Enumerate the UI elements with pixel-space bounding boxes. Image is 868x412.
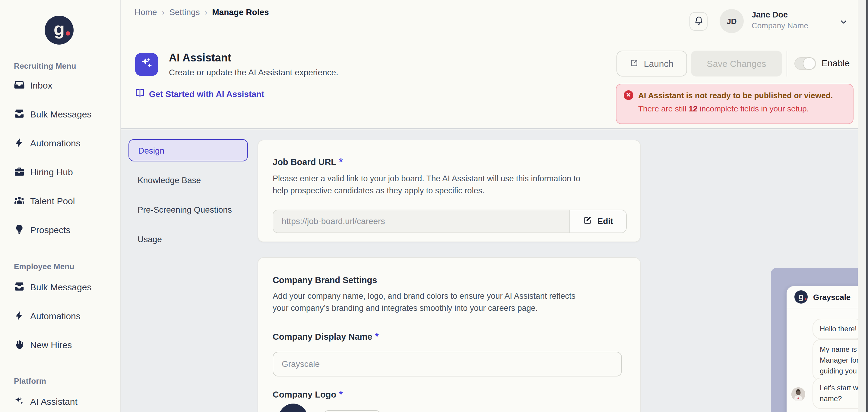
grayscale-logo[interactable]: g [44,16,73,44]
main-content: Design Knowledge Base Pre-Screening Ques… [121,130,858,412]
sidebar-item-label: Automations [30,138,81,148]
tab-pre-screening-questions[interactable]: Pre-Screening Questions [128,199,248,220]
chat-widget: g Grayscale ✕ Hello there! My name is Gr… [786,286,868,412]
company-brand-settings-card: Company Brand Settings Add your company … [257,257,641,412]
sidebar-item-label: Bulk Messages [30,282,91,292]
bell-icon [693,15,704,27]
alert-title: AI Assistant is not ready to be publishe… [638,91,833,100]
scrollbar-track[interactable] [858,0,866,412]
get-started-link[interactable]: Get Started with AI Assistant [135,88,264,99]
notifications-button[interactable] [689,12,708,31]
job-board-url-label: Job Board URL [273,157,336,167]
sidebar-item-label: Talent Pool [30,196,75,206]
sidebar-item-bulk-messages[interactable]: Bulk Messages [0,99,120,128]
sidebar-item-talent-pool[interactable]: Talent Pool [0,186,120,215]
external-link-icon [630,58,639,69]
sidebar-item-hiring-hub[interactable]: Hiring Hub [0,157,120,186]
required-asterisk: * [339,389,343,399]
user-name: Jane Doe [752,10,808,21]
automations-icon [14,310,25,321]
sidebar-item-label: Hiring Hub [30,167,73,177]
logo-dot [804,298,806,300]
incomplete-alert: ✕ AI Assistant is not ready to be publis… [616,84,854,124]
app-window: g Recruiting Menu Inbox Bulk Messages Au… [0,0,868,412]
breadcrumb-separator: › [162,7,165,16]
bulk-messages-icon [14,281,25,292]
sidebar-item-prospects[interactable]: Prospects [0,215,120,244]
launch-button[interactable]: Launch [617,50,687,76]
talent-pool-icon [14,195,25,206]
tab-design[interactable]: Design [128,139,248,162]
job-board-url-field-group: Edit [273,209,627,233]
chat-header: g Grayscale ✕ [786,286,868,308]
upload-logo-button[interactable] [323,410,381,412]
sidebar-item-bulk-messages-2[interactable]: Bulk Messages [0,272,120,301]
alert-detail: There are still 12 incomplete fields in … [638,104,846,113]
job-board-url-input[interactable] [273,210,569,232]
page-title: AI Assistant [169,52,231,64]
company-name: Company Name [752,21,808,31]
grayscale-logo-mark: g [44,16,73,44]
company-display-name-input[interactable] [273,351,622,376]
required-asterisk: * [339,157,343,167]
save-changes-button[interactable]: Save Changes [691,50,782,76]
launch-label: Launch [644,59,674,69]
book-icon [135,88,145,99]
breadcrumb-settings[interactable]: Settings [169,7,200,17]
edit-label: Edit [597,216,614,226]
sidebar-item-label: Automations [30,310,81,321]
required-asterisk: * [375,331,378,341]
chat-message: Hello there! [812,319,864,339]
company-logo-preview [277,404,309,412]
sidebar-item-automations-2[interactable]: Automations [0,301,120,330]
sidebar-section-platform: Platform [14,376,120,385]
get-started-label: Get Started with AI Assistant [149,89,264,99]
breadcrumb-home[interactable]: Home [134,7,157,17]
company-display-name-label: Company Display Name [273,332,372,341]
logo-letter: g [54,20,65,38]
recruiter-avatar [792,387,805,401]
page-subtitle: Create or update the AI Assistant experi… [169,67,338,77]
sidebar-item-ai-assistant[interactable]: AI Assistant [0,387,120,412]
breadcrumb-current: Manage Roles [212,7,269,17]
new-hires-icon [14,339,25,350]
enable-toggle[interactable] [795,57,816,70]
sidebar-item-label: Bulk Messages [30,109,91,119]
sidebar: g Recruiting Menu Inbox Bulk Messages Au… [0,0,121,412]
chevron-down-icon[interactable] [840,18,847,28]
tab-usage[interactable]: Usage [128,228,248,250]
inbox-icon [14,79,25,90]
settings-tabs: Design Knowledge Base Pre-Screening Ques… [128,139,248,250]
prospects-icon [14,224,25,235]
page-header: Home › Settings › Manage Roles JD Jane D… [121,0,858,129]
sidebar-item-label: AI Assistant [30,396,78,406]
job-board-url-card: Job Board URL * Please enter a valid lin… [257,140,641,242]
edit-pencil-icon [583,215,593,227]
tab-knowledge-base[interactable]: Knowledge Base [128,169,248,191]
toggle-knob [803,57,815,70]
sidebar-item-new-hires[interactable]: New Hires [0,330,120,359]
alert-detail-suffix: incomplete fields in your setup. [697,104,809,113]
assistant-preview-panel: g Grayscale ✕ Hello there! My name is Gr… [771,268,868,412]
avatar[interactable]: JD [720,9,744,33]
hiring-hub-icon [14,166,25,177]
sidebar-item-label: Inbox [30,80,52,90]
user-menu[interactable]: Jane Doe Company Name [752,10,808,31]
alert-detail-prefix: There are still [638,104,688,113]
ai-assistant-tile [135,53,158,76]
sidebar-item-automations[interactable]: Automations [0,128,120,157]
breadcrumb: Home › Settings › Manage Roles [134,7,269,17]
edit-url-button[interactable]: Edit [569,210,626,232]
brand-settings-description: Add your company name, logo, and brand c… [273,290,625,315]
header-divider [786,50,787,76]
logo-dot [66,31,70,36]
alert-count: 12 [688,104,697,113]
ai-assistant-icon [14,396,25,407]
chat-company-logo: g [795,290,808,304]
brand-settings-title: Company Brand Settings [273,275,625,285]
sidebar-item-inbox[interactable]: Inbox [0,70,120,99]
job-board-url-description: Please enter a valid link to your job bo… [273,173,625,197]
logo-letter: g [798,291,803,301]
sparkles-icon [140,57,153,72]
window-edge [866,0,868,412]
